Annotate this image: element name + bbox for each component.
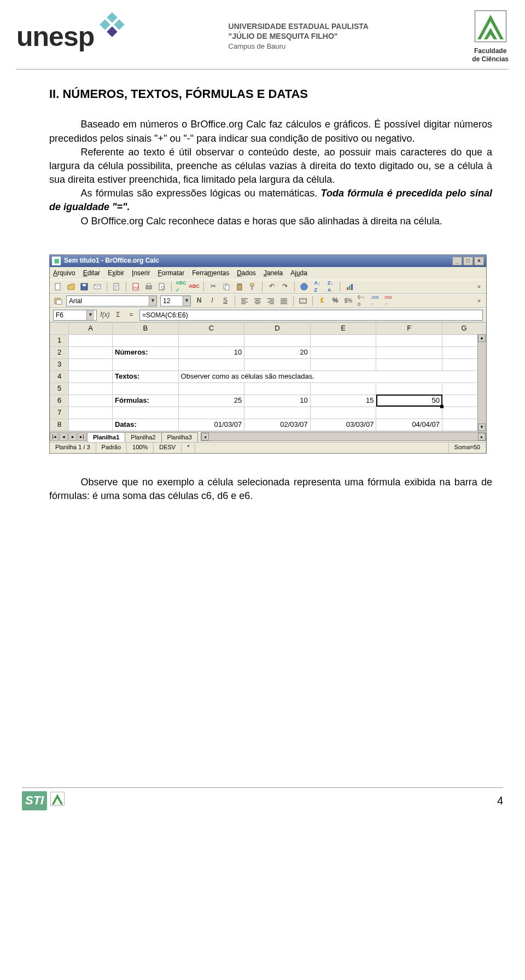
maximize-button[interactable]: □	[463, 257, 473, 265]
sheet-tab-1[interactable]: Planilha1	[87, 432, 125, 442]
vertical-scrollbar[interactable]: ▲ ▼	[477, 334, 486, 431]
row-header[interactable]: 7	[50, 407, 69, 419]
row-header[interactable]: 5	[50, 382, 69, 395]
col-header-b[interactable]: B	[113, 322, 179, 334]
styles-icon[interactable]	[53, 296, 63, 306]
col-header-d[interactable]: D	[244, 322, 311, 334]
italic-icon[interactable]: I	[207, 296, 217, 306]
autospell-icon[interactable]: ABC	[189, 282, 199, 292]
tab-nav-first-icon[interactable]: |◂	[50, 432, 59, 441]
undo-icon[interactable]: ↶	[267, 282, 277, 292]
currency2-icon[interactable]: $%	[343, 296, 353, 306]
cell-b6[interactable]: Fórmulas:	[113, 395, 179, 407]
menu-dados[interactable]: Dados	[237, 269, 256, 278]
col-header-f[interactable]: F	[376, 322, 442, 334]
toolbar-overflow-icon[interactable]: »	[475, 296, 483, 306]
cell-f8[interactable]: 04/04/07	[376, 419, 442, 431]
align-center-icon[interactable]	[253, 296, 262, 306]
pdf-icon[interactable]: PDF	[131, 282, 141, 292]
row-header[interactable]: 4	[50, 370, 69, 382]
menu-ferramentas[interactable]: Ferramentas	[192, 269, 229, 278]
corner-cell[interactable]	[50, 322, 69, 334]
formula-input-box[interactable]	[139, 310, 483, 321]
align-justify-icon[interactable]	[279, 296, 289, 306]
format-paint-icon[interactable]	[248, 282, 258, 292]
menu-ajuda[interactable]: Ajuda	[290, 269, 307, 278]
spellcheck-icon[interactable]: ABC✓	[176, 282, 186, 292]
scroll-up-icon[interactable]: ▲	[478, 334, 486, 342]
cell-c6[interactable]: 25	[178, 395, 244, 407]
bold-icon[interactable]: N	[194, 296, 204, 306]
remove-decimal-icon[interactable]: .000→	[383, 296, 393, 306]
cell-c4-merged[interactable]: Observer como as células são mescladas.	[178, 370, 486, 382]
close-button[interactable]: ×	[474, 257, 484, 265]
merge-cells-icon[interactable]	[298, 296, 308, 306]
print-icon[interactable]	[144, 282, 154, 292]
chevron-down-icon[interactable]: ▼	[149, 296, 156, 306]
col-header-g[interactable]: G	[442, 322, 486, 334]
sheet-tab-3[interactable]: Planilha3	[161, 432, 198, 442]
sort-asc-icon[interactable]: A↓Z	[312, 282, 322, 292]
currency-icon[interactable]: ₤	[317, 296, 327, 306]
menu-editar[interactable]: Editar	[83, 269, 100, 278]
cell-b8[interactable]: Datas:	[113, 419, 179, 431]
tab-nav-prev-icon[interactable]: ◂	[59, 432, 68, 441]
menu-formatar[interactable]: Formatar	[158, 269, 184, 278]
tab-nav-last-icon[interactable]: ▸|	[78, 432, 86, 441]
fx-icon[interactable]: f(x)	[100, 310, 110, 320]
cell-e6[interactable]: 15	[310, 395, 376, 407]
chevron-down-icon[interactable]: ▼	[183, 296, 190, 306]
save-icon[interactable]	[79, 282, 89, 292]
sort-desc-icon[interactable]: Z↓A	[325, 282, 335, 292]
col-header-c[interactable]: C	[178, 322, 244, 334]
standard-format-icon[interactable]: 0↔0	[357, 296, 366, 306]
cell-d8[interactable]: 02/03/07	[244, 419, 311, 431]
cut-icon[interactable]: ✂	[208, 282, 218, 292]
toolbar-overflow-icon[interactable]: »	[475, 282, 483, 292]
menu-janela[interactable]: Janela	[264, 269, 283, 278]
col-header-e[interactable]: E	[310, 322, 376, 334]
menu-exibir[interactable]: Exibir	[108, 269, 124, 278]
align-left-icon[interactable]	[240, 296, 249, 306]
scroll-right-icon[interactable]: ▸	[478, 433, 486, 440]
row-header[interactable]: 1	[50, 334, 69, 346]
paste-icon[interactable]	[235, 282, 244, 292]
new-icon[interactable]	[53, 282, 63, 292]
hyperlink-icon[interactable]	[299, 282, 309, 292]
cell-d2[interactable]: 20	[244, 346, 311, 358]
cell-f6-selected[interactable]: 50	[376, 395, 442, 407]
email-icon[interactable]	[92, 282, 102, 292]
open-icon[interactable]	[66, 282, 76, 292]
cell-d6[interactable]: 10	[244, 395, 311, 407]
redo-icon[interactable]: ↷	[280, 282, 290, 292]
cell-c8[interactable]: 01/03/07	[178, 419, 244, 431]
add-decimal-icon[interactable]: .000←	[370, 296, 380, 306]
equals-icon[interactable]: =	[126, 310, 136, 320]
scroll-left-icon[interactable]: ◂	[201, 433, 209, 440]
col-header-a[interactable]: A	[69, 322, 113, 334]
font-name-select[interactable]: ▼	[66, 295, 157, 306]
horizontal-scrollbar[interactable]: ◂ ▸	[201, 432, 486, 441]
row-header[interactable]: 2	[50, 346, 69, 358]
status-mode[interactable]: DESV	[154, 443, 182, 453]
status-zoom[interactable]: 100%	[127, 443, 154, 453]
copy-icon[interactable]	[221, 282, 231, 292]
sum-icon[interactable]: Σ	[113, 310, 123, 320]
menu-inserir[interactable]: Inserir	[132, 269, 150, 278]
font-size-select[interactable]: ▼	[160, 295, 191, 306]
menu-arquivo[interactable]: Arquivo	[53, 269, 75, 278]
sheet-tab-2[interactable]: Planilha2	[125, 432, 161, 442]
cell-b2[interactable]: Números:	[113, 346, 179, 358]
status-sum[interactable]: Soma=50	[449, 443, 486, 453]
preview-icon[interactable]	[157, 282, 167, 292]
chart-icon[interactable]	[345, 282, 354, 292]
cell-c2[interactable]: 10	[178, 346, 244, 358]
percent-icon[interactable]: %	[330, 296, 340, 306]
cell-b4[interactable]: Textos:	[113, 370, 179, 382]
row-header[interactable]: 8	[50, 419, 69, 431]
underline-icon[interactable]: S	[220, 296, 230, 306]
minimize-button[interactable]: _	[452, 257, 462, 265]
cell-e8[interactable]: 03/03/07	[310, 419, 376, 431]
cell-reference-box[interactable]: ▼	[53, 310, 97, 321]
tab-nav-next-icon[interactable]: ▸	[68, 432, 77, 441]
